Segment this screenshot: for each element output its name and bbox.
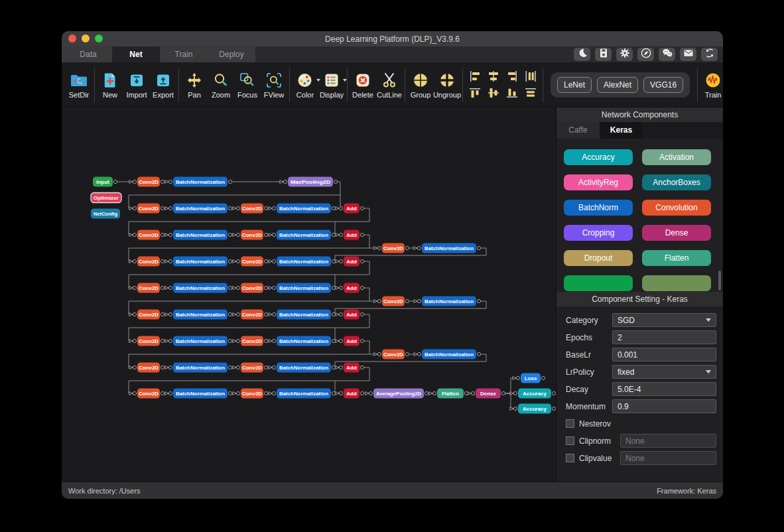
node-input-port[interactable] (133, 312, 136, 316)
node-output-port[interactable] (405, 246, 409, 249)
node-input-port[interactable] (168, 366, 172, 369)
graph-canvas[interactable]: InputConv2DBatchNormalizationMaxPooling2… (62, 107, 556, 482)
node-input-port[interactable] (133, 391, 136, 395)
graph-node-accuracy[interactable]: Accuracy (518, 389, 551, 399)
node-output-port[interactable] (161, 286, 164, 289)
node-output-port[interactable] (332, 366, 335, 369)
graph-node-conv2d[interactable]: Conv2D (382, 243, 405, 253)
node-input-port[interactable] (133, 206, 136, 210)
node-input-port[interactable] (339, 339, 342, 342)
graph-node-conv2d[interactable]: Conv2D (241, 363, 263, 373)
node-output-port[interactable] (360, 206, 363, 210)
graph-node-batchnormalization[interactable]: BatchNormalization (173, 310, 228, 320)
graph-node-batchnormalization[interactable]: BatchNormalization (277, 336, 331, 346)
tool-train[interactable]: Train (700, 71, 723, 99)
node-output-port[interactable] (161, 366, 164, 369)
component-button-partial[interactable] (564, 275, 633, 291)
graph-node-accuracy[interactable]: Accuracy (518, 404, 551, 414)
graph-node-batchnormalization[interactable]: BatchNormalization (173, 283, 228, 293)
setting-input-clipvalue[interactable]: None (620, 451, 716, 465)
close-button[interactable] (68, 34, 76, 42)
tool-fview[interactable]: FView (261, 71, 287, 99)
node-output-port[interactable] (360, 339, 363, 342)
node-input-port[interactable] (133, 366, 136, 369)
graph-node-add[interactable]: Add (344, 204, 359, 214)
align-bottom-icon[interactable] (505, 86, 519, 100)
node-output-port[interactable] (228, 391, 231, 395)
node-output-port[interactable] (228, 286, 231, 289)
graph-node-conv2d[interactable]: Conv2D (382, 350, 405, 360)
node-input-port[interactable] (516, 376, 519, 379)
graph-node-netconfig[interactable]: NetConfig (91, 209, 120, 219)
tool-export[interactable]: Export (150, 71, 176, 99)
node-output-port[interactable] (332, 339, 335, 342)
setting-select-lrpolicy[interactable]: fixed (612, 365, 716, 379)
node-input-port[interactable] (513, 407, 517, 410)
graph-node-batchnormalization[interactable]: BatchNormalization (277, 283, 331, 293)
checkbox-nesterov[interactable] (566, 419, 574, 428)
node-input-port[interactable] (236, 286, 239, 289)
alexnet-button[interactable]: AlexNet (597, 77, 638, 93)
components-scrollbar[interactable] (718, 271, 721, 291)
graph-node-add[interactable]: Add (344, 257, 359, 267)
node-input-port[interactable] (417, 352, 421, 356)
graph-node-batchnormalization[interactable]: BatchNormalization (277, 257, 331, 267)
tab-net[interactable]: Net (112, 46, 160, 62)
node-input-port[interactable] (236, 206, 239, 210)
node-input-port[interactable] (339, 286, 342, 289)
graph-node-batchnormalization[interactable]: BatchNormalization (277, 310, 331, 320)
node-input-port[interactable] (272, 259, 275, 263)
graph-node-batchnormalization[interactable]: BatchNormalization (173, 177, 228, 187)
node-input-port[interactable] (272, 206, 275, 210)
graph-node-conv2d[interactable]: Conv2D (137, 283, 160, 293)
node-output-port[interactable] (161, 206, 164, 210)
graph-node-maxpooling2d[interactable]: MaxPooling2D (288, 177, 333, 187)
node-input-port[interactable] (168, 339, 172, 342)
node-output-port[interactable] (228, 312, 231, 316)
refresh-button[interactable] (701, 48, 718, 61)
node-input-port[interactable] (272, 312, 275, 316)
node-output-port[interactable] (332, 391, 335, 395)
graph-node-conv2d[interactable]: Conv2D (241, 336, 263, 346)
node-input-port[interactable] (339, 366, 342, 369)
node-output-port[interactable] (332, 259, 335, 263)
node-input-port[interactable] (272, 391, 275, 395)
graph-node-batchnormalization[interactable]: BatchNormalization (173, 336, 228, 346)
component-button[interactable]: AnchorBoxes (642, 174, 711, 190)
node-output-port[interactable] (477, 352, 480, 356)
node-output-port[interactable] (360, 391, 363, 395)
feedback-button[interactable] (680, 48, 696, 61)
node-input-port[interactable] (168, 206, 172, 210)
node-output-port[interactable] (501, 391, 505, 395)
tool-setdir[interactable]: SetDir (66, 71, 92, 99)
setting-input-baselr[interactable]: 0.001 (612, 348, 716, 362)
distribute-vertical-icon[interactable] (523, 86, 538, 100)
node-input-port[interactable] (133, 339, 136, 342)
vgg16-button[interactable]: VGG16 (643, 77, 683, 93)
node-input-port[interactable] (377, 246, 381, 249)
graph-node-batchnormalization[interactable]: BatchNormalization (277, 204, 331, 214)
graph-node-batchnormalization[interactable]: BatchNormalization (277, 363, 331, 373)
align-left-icon[interactable] (468, 69, 482, 84)
node-output-port[interactable] (425, 391, 428, 395)
node-output-port[interactable] (332, 286, 335, 289)
align-top-icon[interactable] (468, 86, 482, 100)
node-output-port[interactable] (360, 259, 363, 263)
tool-ungroup[interactable]: Ungroup (434, 71, 460, 99)
node-input-port[interactable] (417, 299, 421, 302)
node-input-port[interactable] (168, 286, 172, 289)
node-output-port[interactable] (161, 259, 164, 263)
node-input-port[interactable] (133, 180, 136, 183)
tool-new[interactable]: New (97, 71, 123, 99)
component-button[interactable]: Dense (642, 225, 711, 241)
node-output-port[interactable] (161, 233, 164, 236)
component-button[interactable]: Flatten (642, 250, 711, 266)
graph-node-conv2d[interactable]: Conv2D (241, 204, 263, 214)
node-output-port[interactable] (334, 180, 337, 183)
graph-node-batchnormalization[interactable]: BatchNormalization (277, 389, 331, 399)
node-output-port[interactable] (405, 299, 409, 302)
node-input-port[interactable] (377, 352, 381, 356)
align-middle-vertical-icon[interactable] (486, 86, 501, 100)
node-input-port[interactable] (417, 246, 421, 249)
node-output-port[interactable] (228, 366, 231, 369)
